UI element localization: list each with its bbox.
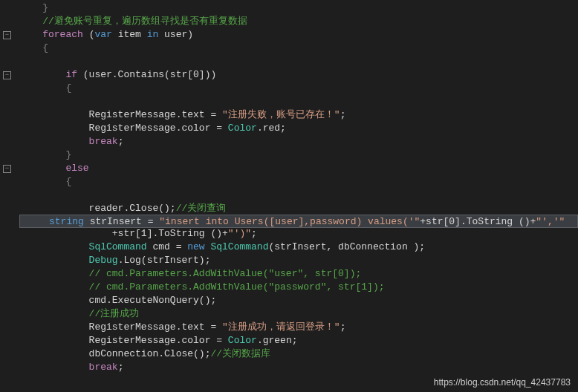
code-token: RegisterMessage.color =	[19, 122, 228, 134]
fold-toggle-icon[interactable]: −	[3, 31, 11, 39]
code-token: ;	[340, 321, 346, 333]
keyword-in: in	[147, 29, 159, 40]
code-token: .red;	[257, 122, 286, 134]
code-token: RegisterMessage.text =	[19, 109, 222, 120]
keyword-foreach: foreach	[19, 29, 83, 40]
comment: //关闭查询	[176, 203, 227, 214]
brace: {	[19, 82, 71, 94]
code-area[interactable]: } //避免账号重复，遍历数组寻找是否有重复数据 foreach (var it…	[16, 0, 578, 392]
code-token: (	[83, 29, 95, 40]
code-token: (user.Contains(str[0]))	[77, 69, 216, 80]
keyword-new: new	[187, 241, 204, 252]
comment: // cmd.Parameters.AddWithValue("user", s…	[19, 268, 361, 279]
string-literal: "')"	[228, 228, 251, 239]
code-token: }	[19, 2, 48, 13]
keyword-string: string	[49, 216, 84, 227]
type-color: Color	[228, 335, 257, 346]
code-token: +str[0].ToString ()+	[420, 216, 536, 227]
brace: {	[19, 42, 48, 53]
string-literal: "注册失败，账号已存在！"	[222, 109, 340, 120]
code-token: ;	[340, 109, 346, 120]
code-token: (strInsert, dbConnection );	[268, 241, 425, 252]
code-token: reader.Close();	[19, 203, 176, 214]
keyword-else: else	[19, 163, 89, 174]
watermark-text: https://blog.csdn.net/qq_42437783	[434, 377, 571, 388]
brace: }	[19, 149, 71, 160]
code-token: .green;	[257, 335, 298, 346]
keyword-break: break	[19, 136, 118, 147]
code-token: ;	[251, 228, 257, 239]
code-token	[20, 216, 49, 227]
code-token: RegisterMessage.text =	[19, 321, 222, 333]
string-literal: "注册成功，请返回登录！"	[222, 321, 340, 333]
comment: //注册成功	[19, 308, 139, 319]
brace: {	[19, 176, 71, 187]
code-editor[interactable]: − − − } //避免账号重复，遍历数组寻找是否有重复数据 foreach (…	[0, 0, 578, 392]
string-literal: "','"	[536, 216, 565, 227]
comment: //避免账号重复，遍历数组寻找是否有重复数据	[19, 16, 247, 27]
keyword-if: if	[19, 69, 77, 80]
code-token: cmd.ExecuteNonQuery();	[19, 295, 216, 306]
type-sqlcommand: SqlCommand	[205, 241, 269, 252]
code-token: cmd =	[147, 241, 188, 252]
fold-toggle-icon[interactable]: −	[3, 165, 11, 173]
code-token: ;	[118, 136, 124, 147]
code-token: user)	[158, 29, 193, 40]
code-token: dbConnection.Close();	[19, 348, 210, 359]
type-sqlcommand: SqlCommand	[19, 241, 147, 252]
code-token: .Log(strInsert);	[118, 255, 211, 266]
code-token: strInsert =	[84, 216, 159, 227]
type-debug: Debug	[19, 255, 118, 266]
code-token: item	[112, 29, 147, 40]
code-token: RegisterMessage.color =	[19, 335, 228, 346]
string-literal: "insert into Users([user],password) valu…	[159, 216, 420, 227]
keyword-break: break	[19, 362, 118, 373]
keyword-var: var	[94, 29, 111, 40]
fold-gutter: − − −	[0, 0, 16, 392]
comment: // cmd.Parameters.AddWithValue("password…	[19, 281, 384, 293]
highlighted-line: string strInsert = "insert into Users([u…	[19, 215, 578, 228]
type-color: Color	[228, 122, 257, 134]
code-token: +str[1].ToString ()+	[19, 228, 228, 239]
comment: //关闭数据库	[210, 348, 270, 359]
fold-toggle-icon[interactable]: −	[3, 71, 11, 79]
code-token: ;	[118, 362, 124, 373]
